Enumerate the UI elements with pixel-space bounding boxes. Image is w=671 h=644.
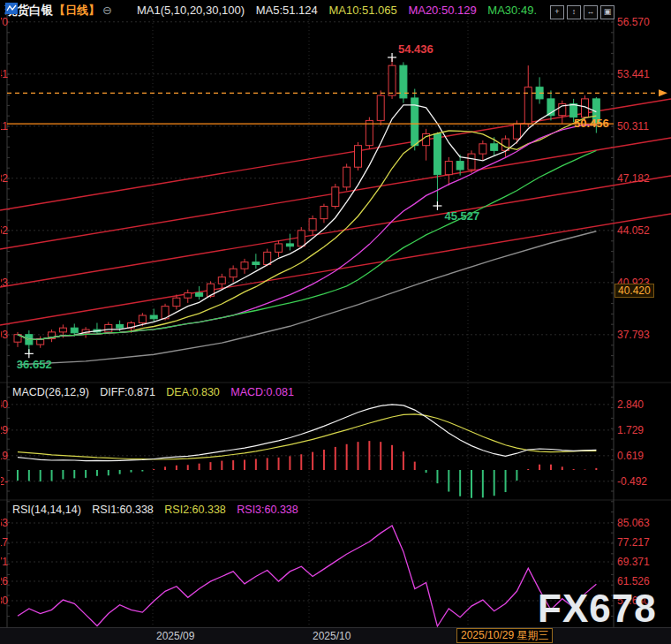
watermark-logo: FX678 <box>538 587 657 631</box>
ma20-value: MA20:50.129 <box>408 4 476 17</box>
fullscreen-icon[interactable]: ▣ <box>600 5 614 19</box>
ma10-value: MA10:51.065 <box>328 4 396 17</box>
macd-axis-label: -0.492 <box>617 475 647 488</box>
rsi3-value: RSI3:60.338 <box>237 504 298 516</box>
macd-axis-label-left: 2.840 <box>1 398 8 411</box>
last-price-label: 50.456 <box>574 117 609 130</box>
main-header: 现货白银【日线】⊖MA1(5,10,20,30,100) MA5:51.124 … <box>5 3 545 19</box>
high-price-label: 54.436 <box>398 42 434 56</box>
main-axis-label-left: 53.441 <box>1 68 8 80</box>
macd-axis-label-left: -0.492 <box>1 475 8 488</box>
rsi-axis-label: 85.063 <box>617 517 650 529</box>
rsi-name: RSI(14,14,14) <box>12 504 81 516</box>
macd-axis-label-left: 1.729 <box>1 424 8 436</box>
ma-group-label: MA1(5,10,20,30,100) <box>137 4 245 17</box>
chart-type-icon <box>117 4 129 16</box>
macd-axis-label: 0.619 <box>617 450 644 462</box>
rsi1-value: RSI1:60.338 <box>92 504 154 516</box>
rsi-header: RSI(14,14,14) RSI1:60.338 RSI2:60.338 RS… <box>12 504 306 516</box>
rsi-axis-label: 61.526 <box>617 575 650 587</box>
collapse-icon[interactable]: ⊖ <box>102 4 112 17</box>
rsi-axis-label-left: 53.680 <box>1 595 8 607</box>
ma5-value: MA5:51.124 <box>256 4 318 17</box>
reference-price-badge: 40.420 <box>614 284 654 298</box>
macd-axis-label: 1.729 <box>617 424 644 436</box>
crosshair-icon[interactable]: + <box>550 5 564 19</box>
macd-diff-value: DIFF:0.871 <box>100 386 155 398</box>
macd-dea-value: DEA:0.830 <box>166 386 219 398</box>
main-axis-label-left: 44.052 <box>1 224 8 237</box>
month-label-october: 2025/10 <box>313 630 351 642</box>
main-axis-label: 56.570 <box>617 16 650 28</box>
main-axis-label: 47.182 <box>617 172 650 185</box>
start-low-label: 36.652 <box>17 358 52 371</box>
main-axis-label: 50.311 <box>617 120 649 133</box>
rsi-axis-label-left: 61.526 <box>1 575 8 587</box>
macd-value: MACD:0.081 <box>230 386 294 398</box>
main-axis-label: 37.793 <box>617 329 650 341</box>
crash-low-label: 45.527 <box>444 209 479 223</box>
chart-canvas[interactable] <box>0 0 671 644</box>
main-axis-label-left: 37.793 <box>1 329 8 341</box>
macd-axis-label: 2.840 <box>617 398 644 411</box>
rsi-axis-label-left: 69.371 <box>1 556 8 568</box>
x-scale-icon[interactable]: ↔ <box>584 5 598 19</box>
period-label: 【日线】 <box>54 4 100 17</box>
month-label-september: 2025/09 <box>156 630 194 642</box>
main-axis-label: 44.052 <box>617 224 650 237</box>
main-axis-label-left: 47.182 <box>1 172 8 185</box>
toolbar: + ↕ ↔ ▣ <box>550 5 614 19</box>
rsi-axis-label-left: 85.063 <box>1 517 8 529</box>
rsi-axis-label: 69.371 <box>617 556 650 568</box>
macd-axis-label-left: 0.619 <box>1 450 8 462</box>
main-axis-label-left: 40.923 <box>1 277 8 289</box>
main-axis-label-left: 50.311 <box>1 120 8 133</box>
main-axis-label: 53.441 <box>617 68 650 80</box>
rsi-axis-label-left: 77.217 <box>1 536 8 549</box>
macd-header: MACD(26,12,9) DIFF:0.871 DEA:0.830 MACD:… <box>12 386 302 398</box>
rsi2-value: RSI2:60.338 <box>164 504 226 516</box>
chart-window: 现货白银【日线】⊖MA1(5,10,20,30,100) MA5:51.124 … <box>0 0 671 644</box>
y-scale-icon[interactable]: ↕ <box>567 5 581 19</box>
rsi-axis-label: 77.217 <box>617 536 650 549</box>
ma30-value: MA30:49. <box>487 4 537 17</box>
macd-name: MACD(26,12,9) <box>12 386 89 398</box>
